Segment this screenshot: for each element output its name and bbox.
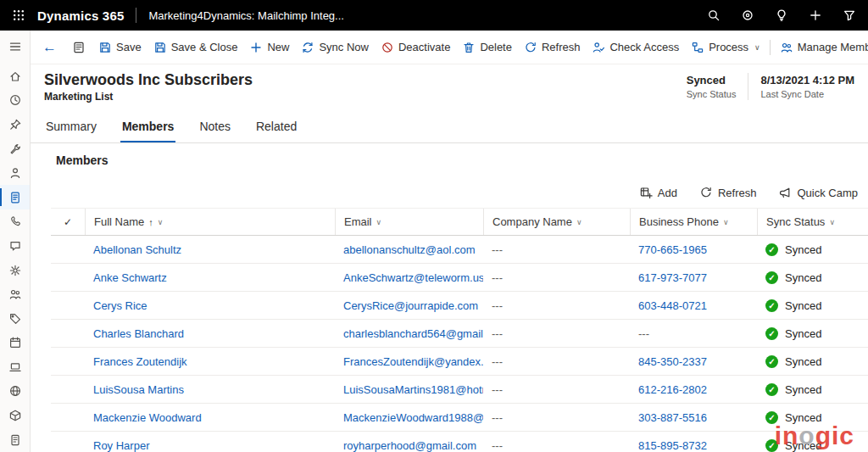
full-name-link[interactable]: Anke Schwartz <box>93 271 167 284</box>
business-phone-link[interactable]: 603-448-0721 <box>638 299 707 312</box>
sidebar-item-package[interactable] <box>0 404 30 428</box>
business-phone-cell: --- <box>630 327 757 340</box>
lightbulb-icon[interactable] <box>775 8 788 22</box>
sidebar-item-teams[interactable] <box>0 282 30 307</box>
filter-icon[interactable] <box>843 8 856 22</box>
quick-campaign-button[interactable]: Quick Camp <box>770 181 866 204</box>
sidebar-item-tags[interactable] <box>0 306 30 331</box>
target-icon[interactable] <box>741 8 754 22</box>
search-icon[interactable] <box>707 8 721 22</box>
refresh-button[interactable]: Refresh <box>518 35 587 60</box>
manage-members-button[interactable]: Manage Members <box>774 35 868 60</box>
full-name-link[interactable]: Frances Zoutendijk <box>93 355 187 368</box>
new-button[interactable]: New <box>243 35 295 60</box>
business-phone-link[interactable]: 770-665-1965 <box>638 243 707 256</box>
sidebar-item-notes[interactable] <box>0 427 30 452</box>
check-access-button[interactable]: Check Access <box>586 35 685 60</box>
email-cell: MackenzieWoodward1988@outlo <box>335 411 483 424</box>
column-label: Company Name <box>492 215 572 228</box>
add-button[interactable]: Add <box>631 181 686 204</box>
business-phone-link[interactable]: 815-895-8732 <box>638 439 707 452</box>
save-and-close-button[interactable]: Save & Close <box>147 35 244 60</box>
check-access-label: Check Access <box>609 41 679 53</box>
column-header-email[interactable]: Email ∨ <box>335 209 483 235</box>
table-row[interactable]: Mackenzie Woodward MackenzieWoodward1988… <box>51 404 868 432</box>
full-name-link[interactable]: Charles Blanchard <box>93 327 184 340</box>
column-label: Business Phone <box>639 215 719 228</box>
sync-status-text: Synced <box>785 411 821 424</box>
table-row[interactable]: Anke Schwartz AnkeSchwartz@teleworm.us -… <box>51 264 868 292</box>
synced-check-icon: ✓ <box>765 411 778 424</box>
sync-status-text: Synced <box>785 383 821 396</box>
email-link[interactable]: MackenzieWoodward1988@outlo <box>343 411 483 424</box>
sync-now-button[interactable]: Sync Now <box>295 35 375 60</box>
process-button[interactable]: Process ∨ <box>685 35 766 60</box>
full-name-link[interactable]: Roy Harper <box>93 439 149 452</box>
members-grid: ✓ Full Name ↑ ∨ Email ∨ Company Name <box>51 208 868 452</box>
full-name-cell: LuisSousa Martins <box>85 383 335 396</box>
select-all-checkmark-icon[interactable]: ✓ <box>51 209 85 235</box>
full-name-cell: Charles Blanchard <box>85 327 335 340</box>
sidebar-item-home[interactable] <box>0 64 30 88</box>
plus-icon[interactable] <box>809 8 822 22</box>
column-label: Full Name <box>94 215 144 228</box>
sidebar-item-calendar[interactable] <box>0 331 30 355</box>
column-header-full-name[interactable]: Full Name ↑ ∨ <box>85 209 335 235</box>
sidebar-item-tools[interactable] <box>0 137 30 161</box>
back-arrow-icon[interactable]: ← <box>37 40 65 54</box>
chevron-down-icon: ∨ <box>158 218 164 226</box>
sync-status-cell: ✓ Synced <box>757 355 868 368</box>
email-link[interactable]: AnkeSchwartz@teleworm.us <box>343 271 483 284</box>
sidebar-item-marketing-lists[interactable] <box>0 185 30 209</box>
email-link[interactable]: CerysRice@jourrapide.com <box>343 299 478 312</box>
sidebar-item-settings-gear-icon[interactable] <box>0 258 30 282</box>
tab-notes[interactable]: Notes <box>198 120 232 142</box>
tab-summary[interactable]: Summary <box>44 120 98 142</box>
table-row[interactable]: Cerys Rice CerysRice@jourrapide.com --- … <box>51 292 868 320</box>
full-name-link[interactable]: Mackenzie Woodward <box>93 411 202 424</box>
form-editor-icon[interactable] <box>65 35 92 60</box>
sidebar-item-devices[interactable] <box>0 355 30 380</box>
full-name-link[interactable]: LuisSousa Martins <box>93 383 184 396</box>
tab-members[interactable]: Members <box>120 120 175 142</box>
command-bar: ← Save Save & Close New <box>31 31 868 64</box>
column-header-company-name[interactable]: Company Name ∨ <box>483 209 630 235</box>
email-link[interactable]: royharperhood@gmail.com <box>343 439 476 452</box>
full-name-link[interactable]: Abellonan Schultz <box>93 243 181 256</box>
full-name-link[interactable]: Cerys Rice <box>93 299 147 312</box>
table-row[interactable]: Abellonan Schultz abellonanschultz@aol.c… <box>51 236 868 264</box>
tab-related[interactable]: Related <box>254 120 298 142</box>
business-phone-link[interactable]: 303-887-5516 <box>638 411 707 424</box>
sidebar-item-chat[interactable] <box>0 234 30 259</box>
email-link[interactable]: LuisSousaMartins1981@hotmail.c <box>343 383 483 396</box>
business-phone-link[interactable]: 617-973-7077 <box>638 271 707 284</box>
sidebar-item-recent[interactable] <box>0 88 30 113</box>
email-link[interactable]: FrancesZoutendijk@yandex.com. <box>343 355 483 368</box>
sitemap-toggle-hamburger-icon[interactable] <box>0 31 30 62</box>
business-phone-link[interactable]: 845-350-2337 <box>638 355 707 368</box>
synced-check-icon: ✓ <box>765 383 778 396</box>
app-name[interactable]: Marketing4Dynamics: Mailchimp Integ... <box>148 9 343 22</box>
column-header-business-phone[interactable]: Business Phone ∨ <box>630 209 757 235</box>
email-link[interactable]: charlesblanchard564@gmail.com <box>343 327 483 340</box>
subgrid-refresh-button[interactable]: Refresh <box>691 181 765 204</box>
table-row[interactable]: LuisSousa Martins LuisSousaMartins1981@h… <box>51 376 868 404</box>
product-name[interactable]: Dynamics 365 <box>37 8 124 23</box>
column-header-sync-status[interactable]: Sync Status ∨ <box>757 209 868 235</box>
sync-status-text: Synced <box>785 355 821 368</box>
save-button[interactable]: Save <box>92 35 147 60</box>
sidebar-item-web[interactable] <box>0 379 30 404</box>
sidebar-item-pinned[interactable] <box>0 113 30 137</box>
sidebar-item-phone-calls[interactable] <box>0 209 30 234</box>
table-row[interactable]: Frances Zoutendijk FrancesZoutendijk@yan… <box>51 348 868 376</box>
business-phone-link[interactable]: 612-216-2802 <box>638 383 707 396</box>
sidebar-item-contacts[interactable] <box>0 161 30 186</box>
deactivate-button[interactable]: Deactivate <box>375 35 456 60</box>
table-row[interactable]: Charles Blanchard charlesblanchard564@gm… <box>51 320 868 348</box>
email-link[interactable]: abellonanschultz@aol.com <box>343 243 476 256</box>
table-row[interactable]: Roy Harper royharperhood@gmail.com --- 8… <box>51 432 868 452</box>
chevron-down-icon: ∨ <box>829 218 835 226</box>
app-launcher-waffle-icon[interactable] <box>0 0 37 31</box>
delete-button[interactable]: Delete <box>456 35 518 60</box>
deactivate-label: Deactivate <box>398 41 450 53</box>
